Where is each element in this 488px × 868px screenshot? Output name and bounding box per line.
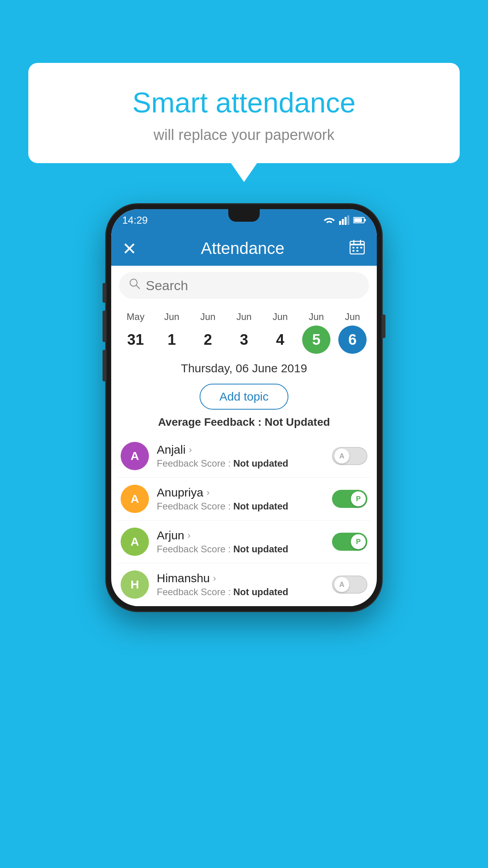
calendar-icon[interactable]	[349, 238, 366, 259]
cal-date-1[interactable]: 1	[158, 326, 186, 354]
status-icons	[323, 215, 366, 225]
cal-day-0[interactable]: May31	[118, 311, 153, 354]
close-button[interactable]: ✕	[122, 239, 137, 259]
cal-day-6[interactable]: Jun6	[335, 311, 370, 354]
svg-rect-5	[354, 218, 362, 222]
toggle-knob-2: P	[351, 534, 366, 549]
toggle-knob-1: P	[351, 491, 366, 506]
student-chevron-0: ›	[189, 444, 192, 455]
student-item-3[interactable]: HHimanshu ›Feedback Score : Not updatedA	[117, 563, 371, 606]
student-feedback-2: Feedback Score : Not updated	[157, 544, 332, 555]
attendance-toggle-2[interactable]: P	[332, 533, 367, 551]
avg-feedback: Average Feedback : Not Updated	[111, 416, 377, 428]
cal-day-5[interactable]: Jun5	[299, 311, 334, 354]
student-feedback-0: Feedback Score : Not updated	[157, 458, 332, 469]
student-chevron-3: ›	[213, 573, 216, 584]
speech-bubble-container: Smart attendance will replace your paper…	[28, 63, 460, 163]
svg-rect-11	[352, 247, 354, 248]
side-button-volume-down	[103, 350, 106, 381]
app-bar: ✕ Attendance	[111, 231, 377, 266]
student-info-1: Anupriya ›Feedback Score : Not updated	[157, 486, 332, 512]
svg-rect-13	[360, 247, 362, 248]
add-topic-container: Add topic	[111, 384, 377, 410]
svg-rect-12	[356, 247, 358, 248]
student-chevron-2: ›	[187, 530, 191, 541]
phone-screen: 14:29	[111, 209, 377, 606]
cal-day-2[interactable]: Jun2	[191, 311, 225, 354]
svg-rect-14	[352, 250, 354, 252]
svg-rect-8	[350, 244, 364, 245]
attendance-toggle-0[interactable]: A	[332, 447, 367, 465]
toggle-knob-0: A	[334, 449, 349, 463]
side-button-left-1	[103, 283, 106, 303]
cal-day-4[interactable]: Jun4	[263, 311, 297, 354]
svg-rect-3	[347, 215, 349, 225]
add-topic-button[interactable]: Add topic	[200, 384, 288, 410]
cal-month-4: Jun	[273, 311, 288, 322]
cal-date-4[interactable]: 4	[266, 326, 294, 354]
student-item-0[interactable]: AAnjali ›Feedback Score : Not updatedA	[117, 435, 371, 478]
attendance-toggle-1[interactable]: P	[332, 490, 367, 508]
toggle-knob-3: A	[334, 577, 349, 592]
feedback-value-2: Not updated	[233, 544, 288, 554]
cal-date-2[interactable]: 2	[194, 326, 222, 354]
app-bar-title: Attendance	[201, 239, 284, 258]
wifi-icon	[323, 215, 335, 225]
feedback-value-1: Not updated	[233, 501, 288, 511]
student-list: AAnjali ›Feedback Score : Not updatedAAA…	[111, 435, 377, 606]
student-feedback-1: Feedback Score : Not updated	[157, 501, 332, 512]
search-bar[interactable]	[119, 272, 369, 299]
attendance-toggle-3[interactable]: A	[332, 576, 367, 594]
cal-day-3[interactable]: Jun3	[227, 311, 261, 354]
cal-date-0[interactable]: 31	[121, 326, 150, 354]
student-feedback-3: Feedback Score : Not updated	[157, 587, 332, 598]
student-avatar-0: A	[121, 442, 149, 470]
student-name-1: Anupriya ›	[157, 486, 332, 499]
cal-month-3: Jun	[237, 311, 252, 322]
avg-feedback-label: Average Feedback :	[158, 416, 262, 428]
side-button-volume-up	[103, 311, 106, 342]
cal-date-6[interactable]: 6	[338, 326, 367, 354]
search-icon	[128, 278, 141, 293]
cal-date-5[interactable]: 5	[302, 326, 330, 354]
cal-date-3[interactable]: 3	[230, 326, 258, 354]
svg-rect-6	[365, 219, 366, 221]
student-avatar-1: A	[121, 485, 149, 513]
student-info-3: Himanshu ›Feedback Score : Not updated	[157, 572, 332, 598]
calendar-strip: May31Jun1Jun2Jun3Jun4Jun5Jun6	[111, 305, 377, 354]
cal-month-5: Jun	[309, 311, 324, 322]
phone-outer: 14:29	[106, 204, 382, 611]
student-name-0: Anjali ›	[157, 443, 332, 456]
student-info-0: Anjali ›Feedback Score : Not updated	[157, 443, 332, 469]
cal-month-6: Jun	[345, 311, 360, 322]
svg-rect-10	[360, 240, 361, 244]
svg-rect-0	[339, 221, 341, 225]
bubble-title: Smart attendance	[52, 86, 436, 119]
student-name-2: Arjun ›	[157, 529, 332, 542]
student-item-1[interactable]: AAnupriya ›Feedback Score : Not updatedP	[117, 478, 371, 520]
svg-rect-15	[356, 250, 358, 252]
cal-day-1[interactable]: Jun1	[154, 311, 189, 354]
svg-rect-9	[353, 240, 354, 244]
search-input[interactable]	[146, 278, 360, 293]
svg-line-17	[136, 285, 139, 289]
phone-wrapper: 14:29	[106, 204, 382, 611]
cal-month-1: Jun	[164, 311, 180, 322]
feedback-value-3: Not updated	[233, 587, 288, 597]
battery-icon	[353, 217, 366, 224]
status-bar: 14:29	[111, 209, 377, 231]
cal-month-0: May	[127, 311, 144, 322]
svg-rect-1	[342, 219, 344, 225]
selected-date-label: Thursday, 06 June 2019	[111, 354, 377, 381]
student-name-3: Himanshu ›	[157, 572, 332, 585]
speech-bubble: Smart attendance will replace your paper…	[28, 63, 460, 163]
signal-icon	[339, 215, 349, 225]
student-item-2[interactable]: AArjun ›Feedback Score : Not updatedP	[117, 520, 371, 563]
avg-feedback-value: Not Updated	[264, 416, 330, 428]
bubble-subtitle: will replace your paperwork	[52, 127, 436, 143]
cal-month-2: Jun	[200, 311, 216, 322]
student-avatar-2: A	[121, 528, 149, 556]
student-info-2: Arjun ›Feedback Score : Not updated	[157, 529, 332, 555]
notch	[228, 209, 260, 222]
side-button-power	[382, 314, 385, 338]
